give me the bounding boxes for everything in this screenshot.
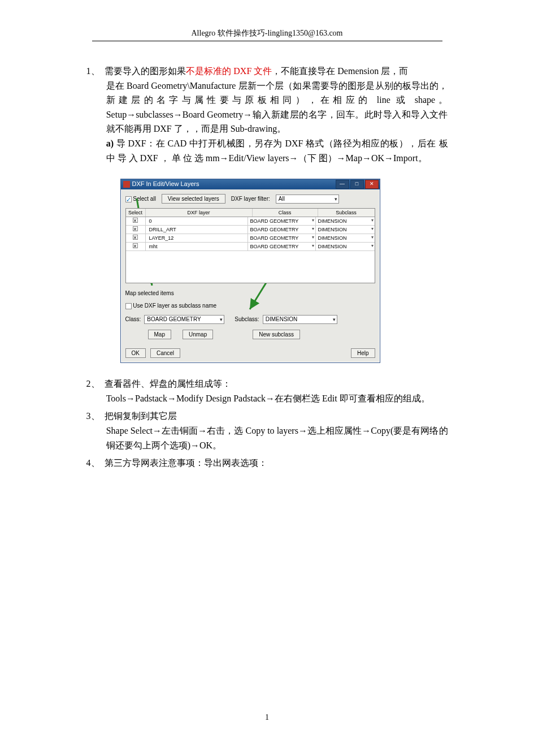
ok-button[interactable]: OK xyxy=(125,348,146,358)
item1-sub-a: a) 导 DXF：在 CAD 中打开机械图，另存为 DXF 格式（路径为相应的板… xyxy=(86,136,448,165)
help-button[interactable]: Help xyxy=(351,348,375,358)
app-icon xyxy=(123,181,130,188)
maximize-button[interactable]: □ xyxy=(350,180,364,189)
cell-layer: 0 xyxy=(146,217,248,225)
unmap-button[interactable]: Unmap xyxy=(183,330,213,339)
col-class: Class xyxy=(253,209,318,217)
list-number: 2、 xyxy=(86,377,103,391)
checkbox-icon xyxy=(125,303,132,309)
cell-class[interactable]: BOARD GEOMETRY xyxy=(248,226,316,234)
col-select: Select xyxy=(126,209,146,217)
page-number: 1 xyxy=(0,713,534,722)
subclass-combo[interactable]: DIMENSION xyxy=(263,315,337,324)
col-layer: DXF layer xyxy=(146,209,253,217)
cell-layer: LAYER_12 xyxy=(146,234,248,242)
cell-sub[interactable]: DIMENSION xyxy=(316,234,375,242)
view-selected-layers-button[interactable]: View selected layers xyxy=(162,194,225,204)
use-dxf-checkbox[interactable]: Use DXF layer as subclass name xyxy=(125,303,217,309)
item1-red: 不是标准的 DXF 文件 xyxy=(186,66,272,76)
item3-body: Shape Select→左击铜面→右击，选 Copy to layers→选上… xyxy=(86,424,448,452)
item-a-label: a) xyxy=(106,139,114,148)
item1-body: 是在 Board Geometry\Manufacture 层新一个层（如果需要… xyxy=(86,79,448,136)
dialog-title: DXF In Edit/View Layers xyxy=(132,179,199,189)
page-header: Allegro 软件操作技巧-lingling1350@163.com xyxy=(0,28,534,38)
cell-sub[interactable]: DIMENSION xyxy=(316,217,375,225)
cancel-button[interactable]: Cancel xyxy=(150,348,180,358)
row-check-icon[interactable] xyxy=(133,218,138,223)
cell-layer: mht xyxy=(146,243,248,250)
row-check-icon[interactable] xyxy=(133,235,138,240)
map-button[interactable]: Map xyxy=(148,330,171,339)
layer-filter-combo[interactable]: All xyxy=(276,195,339,204)
layer-grid[interactable]: Select DXF layer Class Subclass 0 BOARD xyxy=(125,208,375,283)
list-item-2: 2、 查看器件、焊盘的属性组成等： Tools→Padstack→Modify … xyxy=(86,377,448,405)
subclass-label: Subclass: xyxy=(235,315,259,324)
table-row[interactable]: LAYER_12 BOARD GEOMETRY DIMENSION xyxy=(126,234,375,243)
list-number: 3、 xyxy=(86,409,103,424)
row-check-icon[interactable] xyxy=(133,226,138,231)
item1-text-a: 需要导入的图形如果 xyxy=(105,66,186,76)
cell-class[interactable]: BOARD GEOMETRY xyxy=(248,217,316,225)
list-number: 1、 xyxy=(86,64,103,79)
cell-class[interactable]: BOARD GEOMETRY xyxy=(248,234,316,242)
select-all-label: Select all xyxy=(133,196,156,202)
table-row[interactable]: DRILL_ART BOARD GEOMETRY DIMENSION xyxy=(126,226,375,234)
row-check-icon[interactable] xyxy=(133,243,138,248)
table-row[interactable]: mht BOARD GEOMETRY DIMENSION xyxy=(126,243,375,251)
list-item-4: 4、 第三方导网表注意事项：导出网表选项： xyxy=(86,456,448,470)
list-number: 4、 xyxy=(86,456,103,470)
item-a-text: 导 DXF：在 CAD 中打开机械图，另存为 DXF 格式（路径为相应的板），后… xyxy=(106,139,448,163)
filter-label: DXF layer filter: xyxy=(231,195,270,204)
table-row[interactable]: 0 BOARD GEOMETRY DIMENSION xyxy=(126,217,375,226)
dialog-screenshot: DXF In Edit/View Layers — □ ✕ xyxy=(120,179,380,363)
close-button[interactable]: ✕ xyxy=(365,180,379,189)
minimize-button[interactable]: — xyxy=(336,180,349,189)
list-item-3: 3、 把铜复制到其它层 Shape Select→左击铜面→右击，选 Copy … xyxy=(86,409,448,452)
checkbox-icon xyxy=(125,196,132,202)
cell-class[interactable]: BOARD GEOMETRY xyxy=(248,243,316,250)
map-heading: Map selected items xyxy=(125,289,375,298)
cell-sub[interactable]: DIMENSION xyxy=(316,243,375,250)
grid-header: Select DXF layer Class Subclass xyxy=(126,209,375,217)
class-combo[interactable]: BOARD GEOMETRY xyxy=(144,315,224,324)
cell-sub[interactable]: DIMENSION xyxy=(316,226,375,234)
item4-line1: 第三方导网表注意事项：导出网表选项： xyxy=(105,458,267,468)
item3-line1: 把铜复制到其它层 xyxy=(105,411,177,421)
item2-body: Tools→Padstack→Modify Design Padstack→在右… xyxy=(86,391,448,406)
use-dxf-label: Use DXF layer as subclass name xyxy=(133,303,216,309)
class-label: Class: xyxy=(125,315,141,324)
item2-line1: 查看器件、焊盘的属性组成等： xyxy=(105,379,231,388)
dialog-titlebar: DXF In Edit/View Layers — □ ✕ xyxy=(121,179,380,189)
header-rule xyxy=(92,41,442,41)
new-subclass-button[interactable]: New subclass xyxy=(253,330,300,339)
select-all-checkbox[interactable]: Select all xyxy=(125,195,156,204)
item1-text-b: ，不能直接导在 Demension 层，而 xyxy=(272,66,408,76)
col-subclass: Subclass xyxy=(318,209,375,217)
cell-layer: DRILL_ART xyxy=(146,226,248,234)
list-item-1: 1、 需要导入的图形如果不是标准的 DXF 文件，不能直接导在 Demensio… xyxy=(86,64,448,363)
map-section: Map selected items Use DXF layer as subc… xyxy=(125,289,375,339)
